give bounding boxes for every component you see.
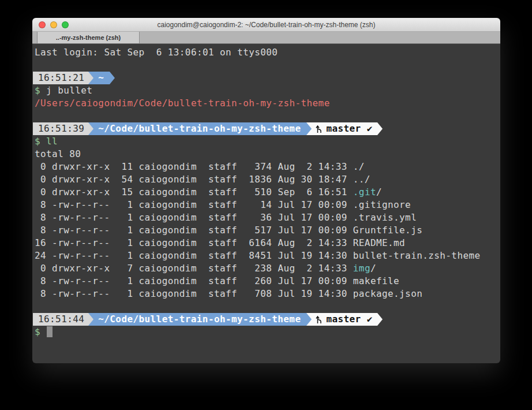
powerline-arrow-icon (377, 313, 383, 326)
traffic-lights (39, 18, 69, 31)
terminal-blank-line (35, 110, 498, 122)
terminal-line: Last login: Sat Sep 6 13:06:01 on ttys00… (35, 46, 498, 59)
terminal-line: $ (35, 326, 498, 338)
terminal-line: 0 drwxr-xr-x 54 caiogondim staff 1836 Au… (35, 173, 498, 186)
prompt-path-segment: ~ (88, 72, 110, 84)
terminal-line: 8 -rw-r--r-- 1 caiogondim staff 36 Jul 1… (35, 211, 498, 224)
powerline-arrow-icon (306, 122, 312, 135)
minimize-button[interactable] (50, 21, 57, 28)
cursor-block (47, 326, 53, 337)
terminal-screen[interactable]: Last login: Sat Sep 6 13:06:01 on ttys00… (32, 44, 500, 363)
powerline-arrow-icon (88, 72, 93, 84)
terminal-line: 8 -rw-r--r-- 1 caiogondim staff 260 Jul … (35, 275, 498, 288)
terminal-line: $ j bullet (35, 84, 498, 97)
window-title: caiogondim@caiogondim-2: ~/Code/bullet-t… (157, 21, 375, 29)
terminal-line: /Users/caiogondim/Code/bullet-train-oh-m… (35, 97, 498, 110)
tab-my-zsh-theme[interactable]: ..-my-zsh-theme (zsh) (37, 32, 140, 43)
terminal-line: 24 -rw-r--r-- 1 caiogondim staff 8451 Ju… (35, 249, 498, 262)
prompt-time-segment: 16:51:39 (33, 122, 88, 135)
prompt-path-segment: ~/Code/bullet-train-oh-my-zsh-theme (88, 313, 306, 326)
terminal-window: caiogondim@caiogondim-2: ~/Code/bullet-t… (32, 18, 500, 363)
prompt-line: 16:51:44~/Code/bullet-train-oh-my-zsh-th… (33, 313, 498, 326)
prompt-line: 16:51:39~/Code/bullet-train-oh-my-zsh-th… (33, 122, 498, 135)
prompt-path-segment: ~/Code/bullet-train-oh-my-zsh-theme (88, 122, 306, 135)
powerline-arrow-icon (88, 122, 93, 135)
titlebar[interactable]: caiogondim@caiogondim-2: ~/Code/bullet-t… (32, 18, 500, 32)
terminal-line: 8 -rw-r--r-- 1 caiogondim staff 14 Jul 1… (35, 199, 498, 211)
terminal-line: 0 drwxr-xr-x 15 caiogondim staff 510 Sep… (35, 186, 498, 199)
prompt-time-segment: 16:51:44 (33, 313, 88, 326)
powerline-arrow-icon (377, 122, 383, 135)
prompt-time-segment: 16:51:21 (33, 72, 88, 84)
terminal-line: total 80 (35, 148, 498, 161)
git-branch-icon (316, 315, 323, 324)
powerline-arrow-icon (88, 313, 93, 326)
terminal-line: 8 -rw-r--r-- 1 caiogondim staff 517 Jul … (35, 224, 498, 237)
tab-label: ..-my-zsh-theme (zsh) (56, 34, 121, 41)
zoom-button[interactable] (62, 21, 69, 28)
terminal-line: 8 -rw-r--r-- 1 caiogondim staff 708 Jul … (35, 288, 498, 300)
terminal-line: 16 -rw-r--r-- 1 caiogondim staff 6164 Au… (35, 237, 498, 249)
terminal-line: $ ll (35, 135, 498, 148)
powerline-arrow-icon (110, 72, 115, 84)
terminal-blank-line (35, 59, 498, 72)
prompt-git-segment: master ✔ (306, 313, 377, 326)
powerline-arrow-icon (306, 313, 312, 326)
tab-bar: ..-my-zsh-theme (zsh) (32, 32, 500, 44)
terminal-line: 0 drwxr-xr-x 7 caiogondim staff 238 Aug … (35, 262, 498, 275)
prompt-git-segment: master ✔ (306, 122, 377, 135)
terminal-line: 0 drwxr-xr-x 11 caiogondim staff 374 Aug… (35, 161, 498, 173)
close-button[interactable] (39, 21, 46, 28)
terminal-blank-line (35, 300, 498, 313)
prompt-line: 16:51:21~ (33, 72, 498, 84)
git-branch-icon (316, 124, 323, 133)
